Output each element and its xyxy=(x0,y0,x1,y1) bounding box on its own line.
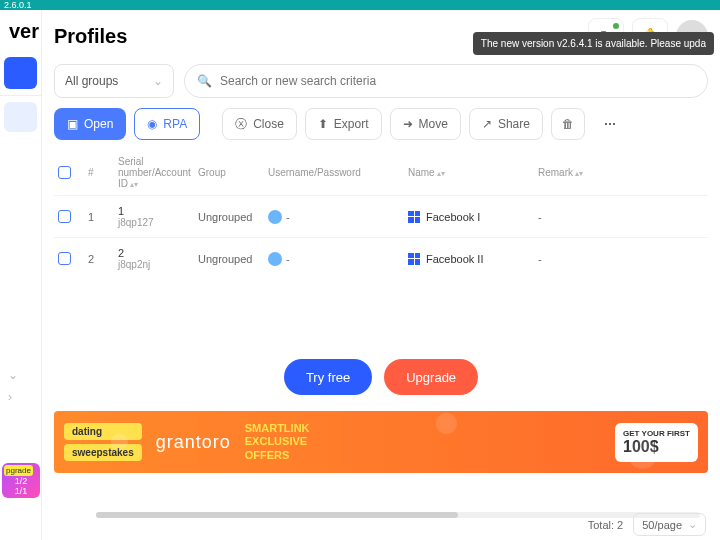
export-icon: ⬆ xyxy=(318,117,328,131)
toolbar: ▣Open ◉RPA ⓧClose ⬆Export ➜Move ↗Share 🗑… xyxy=(54,108,708,140)
row-name: Facebook II xyxy=(408,253,538,265)
col-serial[interactable]: Serial number/Account ID▴▾ xyxy=(118,156,198,189)
chevron-down-icon: ⌄ xyxy=(688,518,697,531)
table-footer: Total: 2 50/page⌄ xyxy=(588,513,706,536)
password-dot-icon xyxy=(268,210,282,224)
row-checkbox[interactable] xyxy=(58,252,71,265)
ad-tag-sweepstakes: sweepstakes xyxy=(64,444,142,461)
password-dot-icon xyxy=(268,252,282,266)
row-index: 1 xyxy=(88,211,118,223)
rpa-icon: ◉ xyxy=(147,117,157,131)
select-all-checkbox[interactable] xyxy=(58,166,71,179)
close-icon: ⓧ xyxy=(235,116,247,133)
chevron-down-icon[interactable]: ⌄ xyxy=(0,364,41,386)
col-remark[interactable]: Remark▴▾ xyxy=(538,167,598,178)
row-userpass: - xyxy=(268,252,408,266)
page-size-select[interactable]: 50/page⌄ xyxy=(633,513,706,536)
sidebar-primary-button[interactable] xyxy=(4,57,37,89)
table-header: # Serial number/Account ID▴▾ Group Usern… xyxy=(54,150,708,195)
more-icon: ⋯ xyxy=(604,117,616,131)
ad-bonus: GET YOUR FIRST 100$ xyxy=(615,423,698,462)
page-title: Profiles xyxy=(54,25,127,48)
row-serial: 1j8qp127 xyxy=(118,205,198,228)
group-select[interactable]: All groups ⌄ xyxy=(54,64,174,98)
update-tooltip: The new version v2.6.4.1 is available. P… xyxy=(473,32,714,55)
more-button[interactable]: ⋯ xyxy=(593,108,627,140)
trash-icon: 🗑 xyxy=(562,117,574,131)
export-button[interactable]: ⬆Export xyxy=(305,108,382,140)
ad-tag-dating: dating xyxy=(64,423,142,440)
windows-icon xyxy=(408,253,420,265)
move-button[interactable]: ➜Move xyxy=(390,108,461,140)
col-index: # xyxy=(88,167,118,178)
upgrade-button[interactable]: Upgrade xyxy=(384,359,478,395)
divider xyxy=(0,95,41,96)
share-button[interactable]: ↗Share xyxy=(469,108,543,140)
ad-brand: grantoro xyxy=(156,432,231,453)
total-label: Total: 2 xyxy=(588,519,623,531)
sidebar-item-profiles[interactable] xyxy=(4,102,37,132)
move-icon: ➜ xyxy=(403,117,413,131)
close-button[interactable]: ⓧClose xyxy=(222,108,297,140)
col-name[interactable]: Name▴▾ xyxy=(408,167,538,178)
app-logo: ver xyxy=(0,10,41,53)
chevron-right-icon[interactable]: › xyxy=(0,386,41,408)
rpa-button[interactable]: ◉RPA xyxy=(134,108,200,140)
row-index: 2 xyxy=(88,253,118,265)
sort-icon: ▴▾ xyxy=(575,169,583,178)
open-icon: ▣ xyxy=(67,117,78,131)
search-icon: 🔍 xyxy=(197,74,212,88)
share-icon: ↗ xyxy=(482,117,492,131)
search-field[interactable]: 🔍 xyxy=(184,64,708,98)
group-select-label: All groups xyxy=(65,74,118,88)
col-userpass: Username/Password xyxy=(268,167,408,178)
table-row[interactable]: 2 2j8qp2nj Ungrouped - Facebook II - xyxy=(54,237,708,279)
upgrade-label: pgrade xyxy=(4,465,33,476)
row-group: Ungrouped xyxy=(198,253,268,265)
col-group: Group xyxy=(198,167,268,178)
profiles-table: # Serial number/Account ID▴▾ Group Usern… xyxy=(54,150,708,279)
row-serial: 2j8qp2nj xyxy=(118,247,198,270)
windows-icon xyxy=(408,211,420,223)
sidebar: ver ⌄ › pgrade 1/2 1/1 xyxy=(0,10,42,540)
cta-row: Try free Upgrade xyxy=(54,359,708,395)
ad-offer: SMARTLINKEXCLUSIVEOFFERS xyxy=(245,422,310,462)
row-remark: - xyxy=(538,211,598,223)
main-content: Profiles ↻ 🔔 The new version v2.6.4.1 is… xyxy=(42,10,720,540)
row-name: Facebook I xyxy=(408,211,538,223)
sort-icon: ▴▾ xyxy=(437,169,445,178)
delete-button[interactable]: 🗑 xyxy=(551,108,585,140)
row-userpass: - xyxy=(268,210,408,224)
row-group: Ungrouped xyxy=(198,211,268,223)
chevron-down-icon: ⌄ xyxy=(153,74,163,88)
badge-count-2: 1/1 xyxy=(4,486,38,496)
ad-banner[interactable]: dating sweepstakes grantoro SMARTLINKEXC… xyxy=(54,411,708,473)
badge-count-1: 1/2 xyxy=(4,476,38,486)
update-dot-icon xyxy=(611,21,621,31)
open-button[interactable]: ▣Open xyxy=(54,108,126,140)
try-free-button[interactable]: Try free xyxy=(284,359,372,395)
upgrade-badge[interactable]: pgrade 1/2 1/1 xyxy=(2,463,40,498)
accent-bar xyxy=(300,0,440,3)
row-remark: - xyxy=(538,253,598,265)
row-checkbox[interactable] xyxy=(58,210,71,223)
search-input[interactable] xyxy=(220,74,695,88)
sort-icon: ▴▾ xyxy=(130,180,138,189)
table-row[interactable]: 1 1j8qp127 Ungrouped - Facebook I - xyxy=(54,195,708,237)
